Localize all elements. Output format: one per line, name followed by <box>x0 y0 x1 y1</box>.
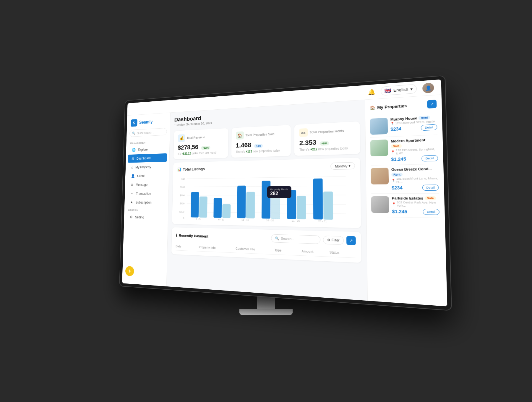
sidebar-item-message[interactable]: ✉ Message <box>127 180 167 189</box>
sidebar-item-label: Setting <box>135 215 144 219</box>
sale-icon: 🏠 <box>236 131 244 140</box>
sidebar: S Seamly 🔍 Quick search . MANAGEMENT 🌐 E… <box>122 113 171 286</box>
property-badge: Sale <box>391 144 401 148</box>
svg-text:1 - 5: 1 - 5 <box>196 218 201 221</box>
language-label: English <box>393 87 408 93</box>
property-name-row: Ocean Breeze Cond... Rent <box>391 167 439 176</box>
sidebar-item-explore[interactable]: 🌐 Explore <box>128 145 168 154</box>
property-thumbnail <box>370 140 388 156</box>
chart-icon: 📊 <box>177 167 181 171</box>
location-icon: 📍 <box>391 150 395 154</box>
search-icon: 🔍 <box>132 132 135 135</box>
col-amount: Amount <box>301 249 327 254</box>
stat-card-sale: 🏠 Total Properties Sale 1.468 +4% There'… <box>231 125 291 158</box>
flag-icon: 🇬🇧 <box>385 87 391 94</box>
svg-rect-18 <box>271 189 280 219</box>
rents-icon: 🏘 <box>299 128 308 137</box>
sidebar-item-label: Subscription <box>135 200 152 204</box>
sidebar-item-my-property[interactable]: ⌂ My Property <box>127 162 167 171</box>
payment-expand-button[interactable]: ↗ <box>346 236 356 245</box>
sidebar-item-transaction[interactable]: ↔ Transaction <box>126 189 166 198</box>
logo-icon: S <box>131 119 137 127</box>
rents-sub: There's +212 new properties today <box>299 146 355 152</box>
detail-button[interactable]: Detail <box>423 209 439 215</box>
property-name-row: Modern Apartment Sale <box>391 137 438 148</box>
panel-expand-button[interactable]: ↗ <box>427 100 437 108</box>
payment-icon: ℹ <box>176 233 177 237</box>
svg-text:$200: $200 <box>179 211 184 213</box>
property-price: $1.245 <box>392 209 407 214</box>
svg-rect-15 <box>237 186 246 218</box>
chevron-down-icon: ▾ <box>349 164 351 168</box>
svg-text:6 - 10: 6 - 10 <box>218 218 225 221</box>
location-icon: 📍 <box>392 202 396 206</box>
property-price: $234 <box>392 185 403 191</box>
payment-title: ℹ Recently Payment <box>176 233 208 239</box>
filter-icon: ⚙ <box>327 238 330 242</box>
notification-bell-icon[interactable]: 🔔 <box>368 88 375 95</box>
property-price-row: $1.245 Detail <box>392 209 439 215</box>
table-header: Date Property Info Customer Info Type Am… <box>176 242 356 258</box>
svg-rect-21 <box>313 179 323 220</box>
svg-rect-19 <box>287 190 296 219</box>
others-section-label: OTHERS <box>124 207 168 213</box>
sidebar-item-label: Transaction <box>136 192 151 195</box>
property-card: Parkside Estates Sale 📍 202 Central Park… <box>371 194 439 218</box>
property-name: Modern Apartment <box>391 138 425 143</box>
right-panel: 🏠 My Properties ↗ Murphy House Rent 📍 12… <box>365 95 447 307</box>
detail-button[interactable]: Detail <box>421 155 438 161</box>
property-address: 📍 123 Elm Street, Springfield, IL 62... <box>391 147 438 155</box>
property-info: Ocean Breeze Cond... Rent 📍 101 Beachfro… <box>391 167 439 191</box>
chart-svg: $1k $800 $600 $400 $200 0 <box>176 173 356 223</box>
filter-button[interactable]: ⚙ Filter <box>323 236 344 245</box>
property-name: Parkside Estates <box>392 196 423 200</box>
sidebar-item-setting[interactable]: ⚙ Setting <box>126 213 166 222</box>
sale-value: 1.468 <box>236 141 251 149</box>
dashboard-icon: ⊞ <box>132 157 134 161</box>
property-price-row: $1.245 Detail <box>391 155 438 162</box>
sidebar-item-subscription[interactable]: ★ Subscription <box>126 198 166 207</box>
sidebar-item-client[interactable]: 👤 Client <box>127 171 167 180</box>
svg-rect-22 <box>323 192 333 220</box>
col-status: Status <box>330 251 356 255</box>
svg-rect-16 <box>246 192 255 218</box>
revenue-icon: 💰 <box>178 134 185 142</box>
payment-section: ℹ Recently Payment 🔍 Search... ⚙ <box>171 227 361 263</box>
svg-text:11 - 15: 11 - 15 <box>241 219 249 222</box>
revenue-value: $278,56 <box>178 143 198 151</box>
add-button[interactable]: + <box>125 266 134 276</box>
svg-rect-17 <box>262 181 270 219</box>
svg-line-0 <box>187 176 346 179</box>
search-icon: 🔍 <box>275 236 279 240</box>
property-price: $1.245 <box>391 156 406 162</box>
transaction-icon: ↔ <box>130 192 134 196</box>
svg-text:0: 0 <box>183 217 184 219</box>
svg-rect-12 <box>199 197 207 218</box>
explore-icon: 🌐 <box>132 148 136 152</box>
chart-title: 📊 Total Listings <box>177 167 205 171</box>
payment-search[interactable]: 🔍 Search... <box>271 234 320 244</box>
col-date: Date <box>176 245 197 249</box>
rents-label: Total Properties Rents <box>310 129 344 134</box>
property-info: Modern Apartment Sale 📍 123 Elm Street, … <box>391 137 438 162</box>
avatar[interactable]: 👤 <box>422 82 434 93</box>
language-selector[interactable]: 🇬🇧 English ▾ <box>381 84 417 95</box>
col-type: Type <box>275 249 299 253</box>
property-badge: Rent <box>419 116 430 120</box>
detail-button[interactable]: Detail <box>422 185 439 191</box>
property-thumbnail <box>371 168 389 184</box>
svg-text:$1k: $1k <box>181 178 185 180</box>
stats-row: 💰 Total Revenue $278,56 +12% It's +$23.1… <box>173 121 360 159</box>
sidebar-item-label: My Property <box>135 165 151 169</box>
sidebar-item-dashboard[interactable]: ⊞ Dashboard <box>128 153 167 163</box>
setting-icon: ⚙ <box>130 215 133 219</box>
app-name: Seamly <box>139 119 153 125</box>
property-badge: Sale <box>425 196 436 200</box>
message-icon: ✉ <box>131 183 133 187</box>
period-dropdown[interactable]: Monthly ▾ <box>331 162 355 170</box>
detail-button[interactable]: Detail <box>421 124 437 131</box>
sidebar-item-label: Client <box>137 174 145 178</box>
rents-value: 2.353 <box>299 139 316 147</box>
svg-text:16 - 20: 16 - 20 <box>266 219 274 222</box>
stat-card-revenue: 💰 Total Revenue $278,56 +12% It's +$23.1… <box>173 128 228 159</box>
